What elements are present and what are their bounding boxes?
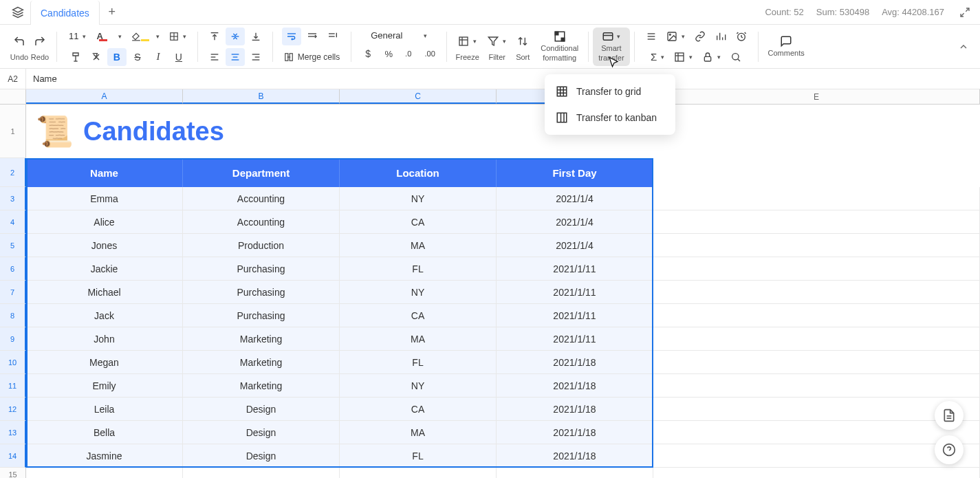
table-cell[interactable]: John: [26, 327, 183, 351]
table-cell[interactable]: 2021/1/18: [497, 398, 653, 421]
underline-button[interactable]: U: [169, 48, 188, 66]
sort-button[interactable]: [513, 32, 532, 50]
table-cell[interactable]: Accounting: [183, 210, 340, 234]
table-cell[interactable]: 2021/1/18: [497, 444, 653, 468]
table-cell[interactable]: 2021/1/11: [497, 304, 653, 327]
decrease-decimal-button[interactable]: .0: [400, 45, 419, 63]
column-header-b[interactable]: B: [183, 89, 340, 104]
table-cell[interactable]: CA: [340, 398, 497, 421]
row-header-2[interactable]: 2: [0, 158, 26, 187]
table-cell[interactable]: Emma: [26, 187, 183, 210]
table-header[interactable]: Department: [183, 158, 340, 187]
table-cell[interactable]: Marketing: [183, 351, 340, 374]
table-cell[interactable]: Marketing: [183, 374, 340, 398]
protect-button[interactable]: ▾: [698, 48, 725, 66]
table-cell[interactable]: Jasmine: [26, 444, 183, 468]
table-cell[interactable]: Production: [183, 234, 340, 257]
bold-button[interactable]: B: [107, 48, 127, 66]
table-cell[interactable]: Purchasing: [183, 304, 340, 327]
fill-color-button[interactable]: ▾: [127, 28, 164, 45]
formula-button[interactable]: Σ▾: [646, 48, 668, 66]
transfer-to-kanban-item[interactable]: Transfer to kanban: [545, 105, 675, 131]
table-cell[interactable]: NY: [340, 281, 497, 304]
row-header-11[interactable]: 11: [0, 374, 26, 398]
merge-cells-button[interactable]: Merge cells: [280, 48, 344, 66]
table-cell[interactable]: 2021/1/4: [497, 210, 653, 234]
table-cell[interactable]: FL: [340, 444, 497, 468]
table-cell[interactable]: Design: [183, 444, 340, 468]
table-cell[interactable]: Design: [183, 421, 340, 444]
table-cell[interactable]: 2021/1/11: [497, 257, 653, 281]
redo-button[interactable]: [30, 32, 50, 50]
cell-value-input[interactable]: Name: [26, 74, 57, 84]
paint-format-button[interactable]: [66, 48, 85, 66]
filter-button[interactable]: ▾: [483, 32, 510, 50]
table-cell[interactable]: Leila: [26, 398, 183, 421]
halign-left-button[interactable]: [205, 48, 224, 66]
spreadsheet-grid[interactable]: A B C D E 1📜Candidates2NameDepartmentLoc…: [0, 89, 980, 478]
help-float-button[interactable]: [935, 435, 963, 464]
currency-button[interactable]: $: [358, 45, 378, 63]
row-header-1[interactable]: 1: [0, 105, 26, 158]
wrap-text-button[interactable]: [282, 28, 301, 45]
table-cell[interactable]: FL: [340, 351, 497, 374]
table-cell[interactable]: NY: [340, 374, 497, 398]
clear-format-button[interactable]: [87, 48, 106, 66]
table-cell[interactable]: 2021/1/18: [497, 421, 653, 444]
text-color-button[interactable]: A▾: [92, 28, 125, 45]
table-cell[interactable]: CA: [340, 304, 497, 327]
row-header-4[interactable]: 4: [0, 210, 26, 234]
row-header-7[interactable]: 7: [0, 281, 26, 304]
table-cell[interactable]: Jackie: [26, 257, 183, 281]
table-cell[interactable]: 2021/1/11: [497, 281, 653, 304]
table-cell[interactable]: Bella: [26, 421, 183, 444]
table-cell[interactable]: 2021/1/18: [497, 374, 653, 398]
table-cell[interactable]: Design: [183, 398, 340, 421]
fullscreen-icon[interactable]: [959, 7, 970, 18]
column-header-a[interactable]: A: [26, 89, 183, 104]
chart-button[interactable]: [711, 28, 730, 45]
reminder-button[interactable]: [732, 28, 751, 45]
valign-bottom-button[interactable]: [246, 28, 265, 45]
table-cell[interactable]: CA: [340, 210, 497, 234]
collapse-toolbar-button[interactable]: [954, 37, 973, 56]
sheet-tab-candidates[interactable]: Candidates: [30, 1, 100, 25]
row-header-14[interactable]: 14: [0, 444, 26, 468]
row-header-12[interactable]: 12: [0, 398, 26, 421]
valign-top-button[interactable]: [205, 28, 224, 45]
table-cell[interactable]: Purchasing: [183, 281, 340, 304]
table-cell[interactable]: MA: [340, 421, 497, 444]
column-header-e[interactable]: E: [653, 89, 980, 104]
table-header[interactable]: First Day: [497, 158, 653, 187]
table-cell[interactable]: Purchasing: [183, 257, 340, 281]
select-all-corner[interactable]: [0, 89, 26, 104]
table-cell[interactable]: NY: [340, 187, 497, 210]
font-size-select[interactable]: 11▾: [64, 28, 91, 45]
table-cell[interactable]: Megan: [26, 351, 183, 374]
freeze-button[interactable]: ▾: [454, 32, 481, 50]
valign-middle-button[interactable]: [226, 28, 245, 45]
row-header-3[interactable]: 3: [0, 187, 26, 210]
comments-button[interactable]: Comments: [763, 28, 810, 66]
transfer-to-grid-item[interactable]: Transfer to grid: [545, 78, 675, 105]
row-header-9[interactable]: 9: [0, 327, 26, 351]
row-header-5[interactable]: 5: [0, 234, 26, 257]
table-cell[interactable]: MA: [340, 234, 497, 257]
link-button[interactable]: [690, 28, 710, 45]
table-cell[interactable]: MA: [340, 327, 497, 351]
table-cell[interactable]: 2021/1/11: [497, 327, 653, 351]
overflow-button[interactable]: [303, 28, 322, 45]
clip-button[interactable]: [323, 28, 342, 45]
halign-center-button[interactable]: [226, 48, 245, 66]
row-header-10[interactable]: 10: [0, 351, 26, 374]
table-cell[interactable]: 2021/1/4: [497, 187, 653, 210]
table-cell[interactable]: Alice: [26, 210, 183, 234]
row-height-button[interactable]: [642, 28, 661, 45]
table-cell[interactable]: Michael: [26, 281, 183, 304]
notes-float-button[interactable]: [935, 401, 963, 430]
add-sheet-button[interactable]: +: [100, 0, 124, 24]
strikethrough-button[interactable]: S: [128, 48, 147, 66]
pivot-button[interactable]: ▾: [670, 48, 697, 66]
percent-button[interactable]: %: [379, 45, 398, 63]
row-header-8[interactable]: 8: [0, 304, 26, 327]
